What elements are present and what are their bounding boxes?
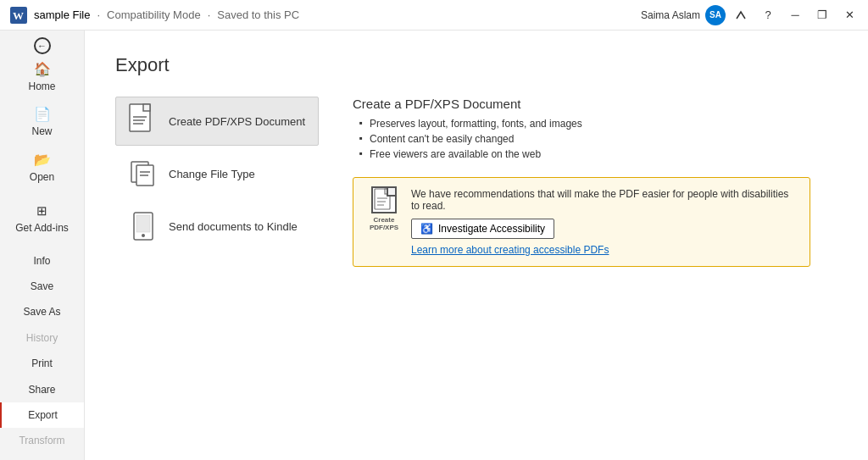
restore-button[interactable]: ❐ <box>810 3 834 27</box>
pdf-bullet-3: Free viewers are available on the web <box>363 148 837 160</box>
svg-point-13 <box>142 234 145 237</box>
banner-content: We have recommendations that will make t… <box>411 188 796 256</box>
add-ins-icon: ⊞ <box>36 203 47 219</box>
investigate-btn-label: Investigate Accessibility <box>438 223 545 235</box>
sidebar-item-open[interactable]: 📂 Open <box>0 145 84 190</box>
sidebar-history-label: History <box>26 332 58 344</box>
investigate-accessibility-button[interactable]: ♿ Investigate Accessibility <box>411 219 554 239</box>
open-icon: 📂 <box>34 152 51 168</box>
titlebar-left: W sample File · Compatibility Mode · Sav… <box>10 7 299 24</box>
sidebar-open-label: Open <box>30 171 54 183</box>
main-layout: ← 🏠 Home 📄 New 📂 Open ⊞ Get Add-ins Info… <box>0 30 868 460</box>
a11y-icon: ♿ <box>420 223 433 235</box>
pdf-desc-heading: Create a PDF/XPS Document <box>353 97 837 111</box>
sidebar-item-new[interactable]: 📄 New <box>0 99 84 144</box>
sidebar-new-label: New <box>31 125 52 137</box>
sidebar-info-label: Info <box>33 255 50 267</box>
sidebar-item-print[interactable]: Print <box>0 351 84 376</box>
export-option-change-file-type[interactable]: Change File Type <box>115 149 319 198</box>
sidebar-share-label: Share <box>28 384 55 396</box>
change-file-type-icon <box>128 158 159 189</box>
pdf-description: Create a PDF/XPS Document Preserves layo… <box>353 97 837 160</box>
pdf-xps-label: Create PDF/XPS Document <box>169 115 305 128</box>
accessibility-message: We have recommendations that will make t… <box>411 188 796 212</box>
sidebar-item-export[interactable]: Export <box>0 402 84 428</box>
sidebar-item-transform: Transform <box>0 428 84 453</box>
titlebar-right: Saima Aslam SA ? ─ ❐ ✕ <box>641 3 861 27</box>
back-icon: ← <box>34 37 51 54</box>
export-right-panel: Create a PDF/XPS Document Preserves layo… <box>353 97 837 267</box>
pdf-bullet-1: Preserves layout, formatting, fonts, and… <box>363 118 837 130</box>
sidebar-item-get-add-ins[interactable]: ⊞ Get Add-ins <box>0 197 84 241</box>
sidebar-export-label: Export <box>28 409 58 421</box>
ribbon-button[interactable] <box>729 3 753 27</box>
sidebar-home-label: Home <box>28 80 55 92</box>
home-icon: 🏠 <box>34 61 51 77</box>
sidebar-save-as-label: Save As <box>23 306 60 318</box>
create-pdf-xps-label: CreatePDF/XPS <box>370 216 398 231</box>
sidebar-add-ins-label: Get Add-ins <box>15 222 69 234</box>
sidebar-save-label: Save <box>31 280 53 292</box>
export-page-title: Export <box>115 54 837 76</box>
export-options-layout: Create PDF/XPS Document Change File Type <box>115 97 837 267</box>
svg-rect-3 <box>143 104 150 111</box>
close-button[interactable]: ✕ <box>837 3 861 27</box>
pdf-desc-bullets: Preserves layout, formatting, fonts, and… <box>353 118 837 160</box>
minimize-button[interactable]: ─ <box>783 3 807 27</box>
sidebar-item-info[interactable]: Info <box>0 248 84 274</box>
new-icon: 📄 <box>34 106 51 122</box>
titlebar-saved: Saved to this PC <box>217 8 299 21</box>
sidebar-back-button[interactable]: ← <box>0 37 84 54</box>
titlebar-filename: sample File <box>34 8 90 21</box>
sidebar-item-history: History <box>0 325 84 351</box>
svg-rect-14 <box>375 189 390 209</box>
sidebar-transform-label: Transform <box>19 435 64 446</box>
user-name: Saima Aslam <box>641 9 700 21</box>
sidebar-item-close[interactable]: Close <box>0 454 84 460</box>
kindle-label: Send documents to Kindle <box>169 220 298 233</box>
help-button[interactable]: ? <box>756 3 780 27</box>
svg-text:W: W <box>13 9 24 22</box>
avatar: SA <box>705 5 726 25</box>
svg-rect-15 <box>385 189 390 194</box>
export-option-kindle[interactable]: Send documents to Kindle <box>115 202 319 251</box>
change-file-type-label: Change File Type <box>169 168 255 180</box>
user-info: Saima Aslam SA <box>641 5 726 25</box>
export-option-pdf-xps[interactable]: Create PDF/XPS Document <box>115 97 319 146</box>
svg-rect-12 <box>136 215 150 232</box>
titlebar-sep2: · <box>208 8 211 21</box>
sidebar-item-share[interactable]: Share <box>0 377 84 402</box>
titlebar-mode: Compatibility Mode <box>107 8 201 21</box>
sidebar-item-home[interactable]: 🏠 Home <box>0 54 84 99</box>
sidebar-print-label: Print <box>31 357 53 369</box>
sidebar-item-save[interactable]: Save <box>0 274 84 299</box>
sidebar: ← 🏠 Home 📄 New 📂 Open ⊞ Get Add-ins Info… <box>0 30 85 460</box>
learn-more-link[interactable]: Learn more about creating accessible PDF… <box>411 244 796 256</box>
titlebar: W sample File · Compatibility Mode · Sav… <box>0 0 868 30</box>
word-logo-icon: W <box>10 7 27 24</box>
banner-doc-icon: CreatePDF/XPS <box>367 188 401 229</box>
export-content: Export Create <box>85 30 868 460</box>
titlebar-sep1: · <box>97 8 100 21</box>
kindle-icon <box>128 211 159 241</box>
accessibility-banner: CreatePDF/XPS We have recommendations th… <box>353 177 810 267</box>
export-option-list: Create PDF/XPS Document Change File Type <box>115 97 319 267</box>
pdf-xps-icon <box>128 106 159 136</box>
pdf-bullet-2: Content can't be easily changed <box>363 133 837 145</box>
sidebar-item-save-as[interactable]: Save As <box>0 299 84 324</box>
